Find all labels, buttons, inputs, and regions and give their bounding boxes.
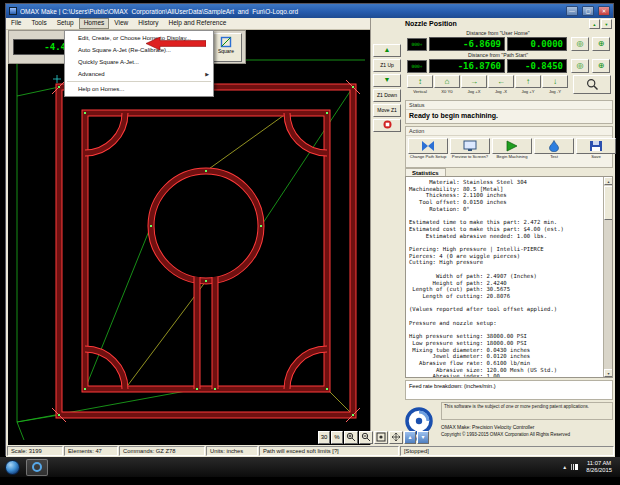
start-button[interactable] [5,460,20,475]
zoom-extents-button[interactable] [573,75,611,94]
jog-minus-y-icon[interactable]: ↓ [542,75,568,88]
jog-plus-y-icon[interactable]: ↑ [515,75,541,88]
windows-taskbar: ▲ 11:07 AM 8/26/2015 [0,457,620,477]
zoom-in-button[interactable] [344,431,358,444]
maximize-button[interactable]: ▢ [582,6,594,16]
vertical-jog-icon[interactable]: ↕ [407,75,433,88]
path-setup-icon [420,140,436,152]
nozzle-position-title: Nozzle Position [405,20,457,27]
menu-item-quickly-square-a-jet[interactable]: Quickly Square A-Jet... [65,56,213,68]
menu-file[interactable]: File [6,18,26,29]
action-label: Save [576,155,616,160]
goto-path-start-icon[interactable]: ◎ [571,59,589,73]
z-position-display: -4.4 [13,39,69,55]
corner-arcs [85,113,327,389]
save-button[interactable] [576,138,616,154]
action-label: Test [534,155,574,160]
panel-up-icon[interactable]: ▴ [589,19,600,29]
jog-label: Jog -Y [542,89,568,94]
zoom-fit-icon [376,432,386,442]
dro-user-home-x: -6.8609 [429,37,505,51]
status-message: Ready to begin machining. [406,110,612,121]
statistics-scrollbar[interactable]: ▴ ▾ [603,177,612,377]
jog-up-icon[interactable]: ▲ [373,44,401,57]
menu-help-and-reference[interactable]: Help and Reference [163,18,231,29]
menu-item-advanced[interactable]: Advanced ▶ [65,68,213,80]
square-icon [220,36,232,48]
about-section: OMAX This software is the subject of one… [405,402,615,445]
menu-tools[interactable]: Tools [26,18,51,29]
jog-label: X0 Y0 [434,89,460,94]
app-icon [9,7,17,15]
menu-view[interactable]: View [109,18,133,29]
z1-down-button[interactable]: Z1 Down [373,89,401,102]
jog-plus-x-icon[interactable]: → [461,75,487,88]
zero-axes-button[interactable]: 000+ [407,60,427,73]
scroll-up-icon[interactable]: ▴ [604,177,613,185]
scrollbar-thumb[interactable] [604,186,613,220]
test-button[interactable] [534,138,574,154]
path-start-label: Distance from "Path Start" [429,52,567,58]
scroll-down-icon[interactable]: ▾ [604,369,613,377]
statusbar-commands: Commands: GZ Z78 [119,446,205,456]
minimize-button[interactable]: — [566,6,578,16]
view-up-icon[interactable]: ▴ [404,431,416,444]
x0y0-icon[interactable]: ⌂ [434,75,460,88]
zoom-percent-button[interactable]: % [331,431,343,444]
magnifier-icon [586,78,599,91]
clock-date: 8/26/2015 [586,467,612,474]
goto-home-icon[interactable]: ◎ [571,37,589,51]
jog-label: Jog +X [461,89,487,94]
action-label: Change Path Setup [408,155,448,160]
action-label: Begin Machining [492,155,532,160]
annotation-arrow [146,37,206,50]
lead-lines [125,113,353,415]
product-name: OMAX Make: Precision Velocity Controller [441,424,534,430]
jog-down-icon[interactable]: ▼ [373,74,401,87]
system-tray: ▲ 11:07 AM 8/26/2015 [562,460,620,474]
close-button[interactable]: ✕ [598,6,610,16]
mitre-marks [52,80,360,422]
taskbar-omax-app[interactable] [26,459,48,476]
zoom-percent-value[interactable]: 30 [318,431,330,444]
z1-up-button[interactable]: Z1 Up [373,59,401,72]
menu-history[interactable]: History [133,18,163,29]
jog-label: Jog +Y [515,89,541,94]
omax-make-window: OMAX Make | C:\Users\Public\OMAX_Corpora… [5,3,614,456]
set-home-icon[interactable]: ⊕ [592,37,610,51]
window-title: OMAX Make | C:\Users\Public\OMAX_Corpora… [20,8,562,15]
action-section: Action Change Path Setup [405,126,613,168]
statusbar-scale: Scale: 3199 [7,446,63,456]
zoom-in-icon [346,432,356,442]
stop-icon [383,120,392,129]
view-down-icon[interactable]: ▾ [417,431,429,444]
water-drop-icon [546,140,562,152]
jog-minus-x-icon[interactable]: ← [488,75,514,88]
move-z1-button[interactable]: Move Z1 [373,104,401,117]
begin-machining-button[interactable] [492,138,532,154]
pan-button[interactable] [389,431,403,444]
menu-item-help-on-homes[interactable]: Help on Homes... [65,83,213,95]
action-title: Action [406,127,612,136]
save-icon [588,140,604,152]
preview-to-screen-button[interactable] [450,138,490,154]
menu-item-advanced-label: Advanced [78,71,105,77]
tray-hidden-icons[interactable]: ▲ [562,464,567,470]
zoom-out-icon [361,432,371,442]
square-button-label: Square [218,48,234,54]
change-path-setup-button[interactable] [408,138,448,154]
copyright-text: Copyright © 1993-2015 OMAX Corporation A… [441,432,570,437]
menu-homes[interactable]: Homes [79,18,110,29]
zoom-out-button[interactable] [359,431,373,444]
set-path-start-icon[interactable]: ⊕ [592,59,610,73]
square-button[interactable]: Square [210,33,242,62]
network-icon[interactable] [571,464,578,470]
menu-setup[interactable]: Setup [52,18,79,29]
taskbar-clock[interactable]: 11:07 AM 8/26/2015 [582,460,616,474]
panel-down-icon[interactable]: ▾ [601,19,612,29]
stop-button[interactable] [373,119,401,132]
zoom-fit-button[interactable] [374,431,388,444]
omax-taskbar-icon [32,462,42,472]
feed-rate-label: Feed rate breakdown: (inches/min.) [406,381,612,391]
zero-axes-button[interactable]: 000+ [407,38,427,51]
